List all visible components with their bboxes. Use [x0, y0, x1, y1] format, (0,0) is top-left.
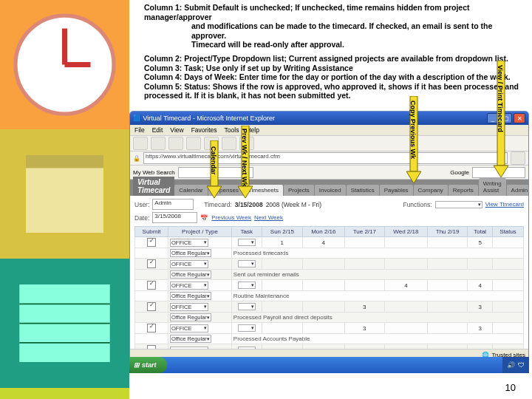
time-cell[interactable] [262, 259, 302, 270]
time-cell[interactable] [302, 323, 344, 334]
timecard-label: Timecard: [204, 201, 231, 208]
menu-view[interactable]: View [170, 126, 183, 134]
timecard-value: 3/15/2008 [235, 201, 263, 208]
go-button[interactable] [511, 151, 525, 165]
time-cell[interactable] [384, 237, 427, 248]
time-cell[interactable] [384, 323, 427, 334]
window-icon: 🟦 [133, 115, 141, 122]
task-dropdown[interactable] [238, 282, 256, 289]
project-dropdown[interactable]: OFFICE [170, 303, 208, 311]
date-label: Date: [134, 214, 149, 222]
time-cell[interactable] [302, 280, 344, 291]
type-dropdown[interactable]: Office Regular [170, 270, 211, 279]
search-button[interactable] [222, 137, 236, 150]
time-cell[interactable] [427, 237, 467, 248]
start-button[interactable]: ⊞ start [129, 357, 167, 373]
time-cell[interactable] [262, 301, 302, 313]
submit-checkbox[interactable] [147, 281, 156, 290]
time-cell[interactable] [344, 280, 384, 291]
columns2-5-instructions: Column 2: Project/Type Dropdown list; Cu… [129, 51, 532, 102]
submit-checkbox[interactable] [147, 302, 156, 311]
arrow-label-calendar: Calendar [210, 146, 217, 175]
project-dropdown[interactable]: OFFICE [170, 324, 208, 332]
functions-label: Functions: [403, 201, 432, 208]
time-cell[interactable] [427, 280, 467, 291]
refresh-button[interactable] [186, 137, 201, 150]
time-cell[interactable]: 4 [302, 237, 344, 248]
column1-instructions: Column 1: Submit Default is unchecked; I… [129, 0, 532, 51]
time-cell[interactable]: 1 [262, 237, 302, 248]
task-description[interactable]: Processed Payroll and direct deposits [231, 313, 523, 323]
back-button[interactable] [133, 137, 148, 150]
time-cell[interactable] [384, 301, 427, 313]
time-cell[interactable] [302, 301, 344, 313]
menu-edit[interactable]: Edit [152, 126, 163, 134]
tab-reports[interactable]: Reports [449, 185, 478, 196]
task-description[interactable]: Routine Maintenance [231, 291, 523, 301]
stop-button[interactable] [168, 137, 183, 150]
time-cell[interactable] [262, 280, 302, 291]
tab-invoiced[interactable]: Invoiced [315, 185, 346, 196]
task-dropdown[interactable] [238, 324, 256, 332]
menu-file[interactable]: File [134, 126, 145, 134]
time-cell[interactable]: 4 [384, 280, 427, 291]
functions-dropdown[interactable] [435, 201, 482, 208]
time-cell[interactable] [384, 259, 427, 270]
time-cell[interactable] [427, 259, 467, 270]
tab-admin[interactable]: Admin [507, 185, 529, 196]
date-field[interactable]: 3/15/2008 [152, 212, 197, 223]
total-cell: 3 [468, 301, 493, 313]
type-dropdown[interactable]: Office Regular [170, 313, 211, 321]
app-logo: Virtual Timecard [133, 177, 174, 196]
submit-checkbox[interactable] [147, 259, 156, 268]
submit-checkbox[interactable] [147, 238, 156, 247]
timecard-table: SubmitProject / TypeTaskSun 2/15Mon 2/16… [134, 226, 524, 361]
close-button[interactable]: ✕ [514, 113, 525, 123]
type-dropdown[interactable]: Office Regular [170, 335, 211, 343]
browser-window: 🟦 Virtual Timecard - Microsoft Internet … [129, 111, 529, 361]
time-cell[interactable] [344, 259, 384, 270]
time-cell[interactable] [344, 237, 384, 248]
address-icon: 🔒 [133, 155, 140, 162]
svg-marker-14 [494, 166, 508, 177]
table-header: Wed 2/18 [384, 227, 427, 237]
nav-toolbar [130, 136, 528, 151]
next-week-link[interactable]: Next Week [254, 214, 283, 221]
task-dropdown[interactable] [238, 260, 256, 267]
task-dropdown[interactable] [238, 239, 256, 246]
prev-week-link[interactable]: Previous Week [211, 214, 251, 221]
timecard-body: User: Admin Timecard: 3/15/2008 2008 (We… [130, 196, 528, 361]
project-dropdown[interactable]: OFFICE [170, 260, 208, 268]
tab-payables[interactable]: Payables [380, 185, 413, 196]
calendar-icon[interactable]: 📅 [200, 214, 208, 222]
time-cell[interactable]: 3 [344, 323, 384, 334]
forward-button[interactable] [151, 137, 166, 150]
time-cell[interactable] [262, 323, 302, 334]
time-cell[interactable] [302, 259, 344, 270]
table-header: Tue 2/17 [344, 227, 384, 237]
project-dropdown[interactable]: OFFICE [170, 282, 208, 290]
task-description[interactable]: Sent out reminder emails [231, 270, 523, 280]
view-timecard-link[interactable]: View Timecard [485, 201, 524, 208]
tab-statistics[interactable]: Statistics [347, 185, 379, 196]
time-cell[interactable]: 3 [344, 301, 384, 313]
time-cell[interactable] [427, 301, 467, 313]
menu-favorites[interactable]: Favorites [191, 126, 217, 134]
menu-tools[interactable]: Tools [225, 126, 239, 134]
task-description[interactable]: Processed timecards [231, 248, 523, 259]
status-cell [493, 259, 524, 270]
time-cell[interactable] [427, 323, 467, 334]
task-description[interactable]: Processed Accounts Payable [231, 334, 523, 344]
submit-checkbox[interactable] [147, 324, 156, 332]
type-dropdown[interactable]: Office Regular [170, 249, 211, 257]
table-header: Submit [135, 227, 168, 237]
tab-projects[interactable]: Projects [284, 185, 314, 196]
url-field[interactable]: https://www.virtualtimecard.com/virtualt… [143, 152, 508, 164]
tab-writing[interactable]: Writing Assist [479, 178, 506, 196]
tab-company[interactable]: Company [414, 185, 448, 196]
type-dropdown[interactable]: Office Regular [170, 292, 211, 300]
tab-calendar[interactable]: Calendar [174, 185, 207, 196]
task-dropdown[interactable] [238, 303, 256, 310]
project-dropdown[interactable]: OFFICE [170, 239, 208, 247]
svg-rect-4 [26, 155, 103, 168]
